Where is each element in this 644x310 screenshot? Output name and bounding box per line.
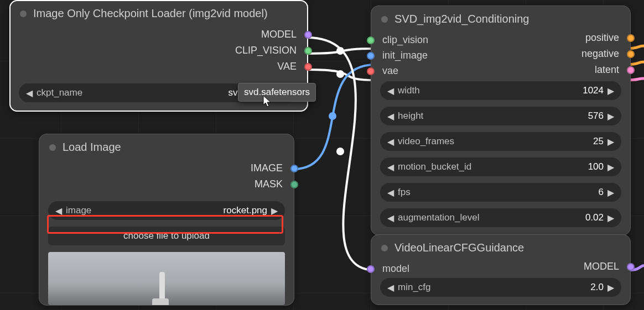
- port-model-icon[interactable]: [627, 263, 635, 271]
- chevron-right-icon[interactable]: ▶: [606, 86, 616, 96]
- output-image[interactable]: IMAGE: [39, 160, 294, 176]
- widget-fps[interactable]: ◀ fps 6 ▶: [380, 183, 621, 202]
- svg-point-2: [329, 112, 336, 120]
- node-title-label: Image Only Checkpoint Loader (img2vid mo…: [33, 7, 268, 20]
- node-title[interactable]: Load Image: [39, 134, 294, 158]
- node-title[interactable]: SVD_img2vid_Conditioning: [371, 6, 630, 30]
- graph-canvas[interactable]: Image Only Checkpoint Loader (img2vid mo…: [0, 0, 644, 310]
- chevron-left-icon[interactable]: ◀: [24, 88, 34, 98]
- chevron-left-icon[interactable]: ◀: [386, 187, 396, 198]
- widget-motion-bucket-id[interactable]: ◀ motion_bucket_id 100 ▶: [380, 157, 621, 176]
- node-svd-conditioning[interactable]: SVD_img2vid_Conditioning clip_vision pos…: [371, 6, 631, 235]
- widget-image[interactable]: ◀ image rocket.png ▶: [48, 201, 285, 220]
- node-title[interactable]: Image Only Checkpoint Loader (img2vid mo…: [10, 1, 308, 24]
- widget-width[interactable]: ◀ width 1024 ▶: [380, 81, 621, 100]
- widget-video-frames[interactable]: ◀ video_frames 25 ▶: [380, 132, 621, 151]
- chevron-right-icon[interactable]: ▶: [606, 282, 616, 293]
- node-video-linear-cfg-guidance[interactable]: VideoLinearCFGGuidance model MODEL ◀ min…: [371, 234, 631, 305]
- widget-height[interactable]: ◀ height 576 ▶: [380, 107, 621, 125]
- node-load-image[interactable]: Load Image IMAGE MASK ◀ image rocket.png…: [39, 134, 294, 306]
- chevron-left-icon[interactable]: ◀: [386, 111, 396, 122]
- chevron-left-icon[interactable]: ◀: [386, 213, 396, 223]
- port-clip-vision-icon[interactable]: [304, 47, 312, 55]
- node-title-label: SVD_img2vid_Conditioning: [394, 13, 529, 25]
- svg-point-3: [336, 148, 344, 155]
- widget-min-cfg[interactable]: ◀ min_cfg 2.0 ▶: [380, 278, 621, 297]
- collapse-toggle-icon[interactable]: [20, 10, 27, 17]
- port-latent-icon[interactable]: [627, 66, 635, 74]
- widget-augmentation-level[interactable]: ◀ augmentation_level 0.02 ▶: [380, 208, 621, 227]
- output-model[interactable]: MODEL: [371, 259, 630, 275]
- chevron-left-icon[interactable]: ◀: [54, 206, 64, 216]
- output-mask[interactable]: MASK: [39, 176, 294, 192]
- chevron-right-icon[interactable]: ▶: [606, 187, 616, 198]
- port-vae-icon[interactable]: [304, 63, 312, 71]
- chevron-right-icon[interactable]: ▶: [606, 136, 616, 147]
- collapse-toggle-icon[interactable]: [381, 245, 388, 251]
- node-title-label: VideoLinearCFGGuidance: [394, 241, 524, 254]
- chevron-left-icon[interactable]: ◀: [386, 282, 396, 293]
- output-negative[interactable]: negative: [371, 46, 630, 62]
- image-preview: [48, 252, 285, 305]
- output-vae[interactable]: VAE: [10, 59, 308, 75]
- output-latent[interactable]: latent: [371, 62, 630, 78]
- port-image-icon[interactable]: [290, 165, 298, 172]
- node-title[interactable]: VideoLinearCFGGuidance: [371, 235, 630, 259]
- port-positive-icon[interactable]: [627, 34, 635, 42]
- collapse-toggle-icon[interactable]: [381, 16, 388, 23]
- chevron-left-icon[interactable]: ◀: [386, 162, 396, 172]
- output-positive[interactable]: positive: [371, 30, 630, 46]
- chevron-right-icon[interactable]: ▶: [606, 111, 616, 122]
- chevron-left-icon[interactable]: ◀: [386, 136, 396, 147]
- chevron-right-icon[interactable]: ▶: [606, 213, 616, 223]
- node-title-label: Load Image: [63, 141, 121, 154]
- port-mask-icon[interactable]: [290, 181, 298, 188]
- chevron-right-icon[interactable]: ▶: [606, 162, 616, 172]
- chevron-left-icon[interactable]: ◀: [386, 86, 396, 96]
- svg-point-0: [336, 47, 344, 55]
- upload-button[interactable]: choose file to upload: [48, 227, 285, 245]
- output-model[interactable]: MODEL: [10, 27, 308, 43]
- port-model-icon[interactable]: [304, 31, 312, 39]
- collapse-toggle-icon[interactable]: [49, 144, 56, 151]
- svg-point-1: [336, 70, 344, 78]
- tooltip: svd.safetensors: [238, 83, 316, 102]
- chevron-right-icon[interactable]: ▶: [269, 206, 279, 216]
- port-negative-icon[interactable]: [627, 50, 635, 58]
- output-clip-vision[interactable]: CLIP_VISION: [10, 43, 308, 59]
